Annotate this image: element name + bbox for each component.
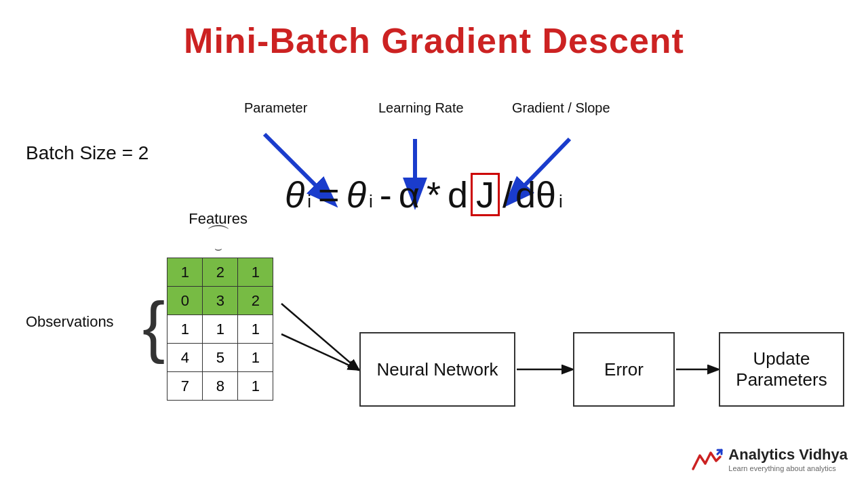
cell-r3-c2: 1 <box>238 344 273 372</box>
av-name: Analytics Vidhya <box>728 446 848 464</box>
cell-r0-c0: 1 <box>167 258 203 287</box>
cell-r0-c2: 1 <box>238 258 273 287</box>
formula-display: θi = θi - α * dJ / dθi <box>285 173 563 216</box>
update-parameters-box: Update Parameters <box>719 332 844 407</box>
cell-r4-c2: 1 <box>238 372 273 401</box>
svg-line-3 <box>281 304 358 369</box>
cell-r2-c2: 1 <box>238 315 273 344</box>
av-logo-text: Analytics Vidhya Learn everything about … <box>728 446 848 473</box>
equals-sign: = <box>318 174 340 216</box>
page-title: Mini-Batch Gradient Descent <box>0 0 868 61</box>
matrix-wrapper: { 121032111451781 <box>142 258 273 401</box>
diagram-overlay <box>0 0 868 488</box>
error-box: Error <box>573 332 675 407</box>
data-table: 121032111451781 <box>167 258 273 401</box>
slash-symbol: / <box>502 174 513 216</box>
cell-r1-c1: 3 <box>203 287 238 315</box>
J-boxed: J <box>471 173 500 216</box>
theta-lhs: θ <box>285 174 304 216</box>
times-sign: * <box>427 174 441 216</box>
cell-r0-c1: 2 <box>203 258 238 287</box>
dtheta-sub: i <box>559 191 563 212</box>
alpha-symbol: α <box>399 174 420 216</box>
cell-r1-c2: 2 <box>238 287 273 315</box>
cell-r4-c1: 8 <box>203 372 238 401</box>
learning-rate-label: Learning Rate <box>378 100 464 116</box>
batch-size-label: Batch Size = 2 <box>26 142 149 164</box>
cell-r3-c0: 4 <box>167 344 203 372</box>
svg-line-4 <box>281 334 358 369</box>
features-brace-bottom: ⌣ <box>214 242 222 256</box>
observations-label: Observations <box>26 313 114 331</box>
cell-r4-c0: 7 <box>167 372 203 401</box>
gradient-label: Gradient / Slope <box>512 100 610 116</box>
dtheta-symbol: dθ <box>515 174 556 216</box>
theta-rhs-sub: i <box>369 191 373 212</box>
av-logo: Analytics Vidhya Learn everything about … <box>690 443 848 476</box>
theta-lhs-sub: i <box>307 191 311 212</box>
theta-rhs: θ <box>347 174 366 216</box>
data-matrix-container: Features ⌒ ⌣ { 121032111451781 <box>142 210 273 401</box>
av-logo-icon <box>690 443 723 476</box>
parameter-label: Parameter <box>244 100 307 116</box>
av-tagline: Learn everything about analytics <box>728 464 848 473</box>
d-symbol: d <box>448 174 468 216</box>
cell-r2-c0: 1 <box>167 315 203 344</box>
cell-r3-c1: 5 <box>203 344 238 372</box>
minus-sign: - <box>380 174 392 216</box>
cell-r2-c1: 1 <box>203 315 238 344</box>
cell-r1-c0: 0 <box>167 287 203 315</box>
obs-open-brace: { <box>142 292 165 360</box>
neural-network-box: Neural Network <box>359 332 515 407</box>
